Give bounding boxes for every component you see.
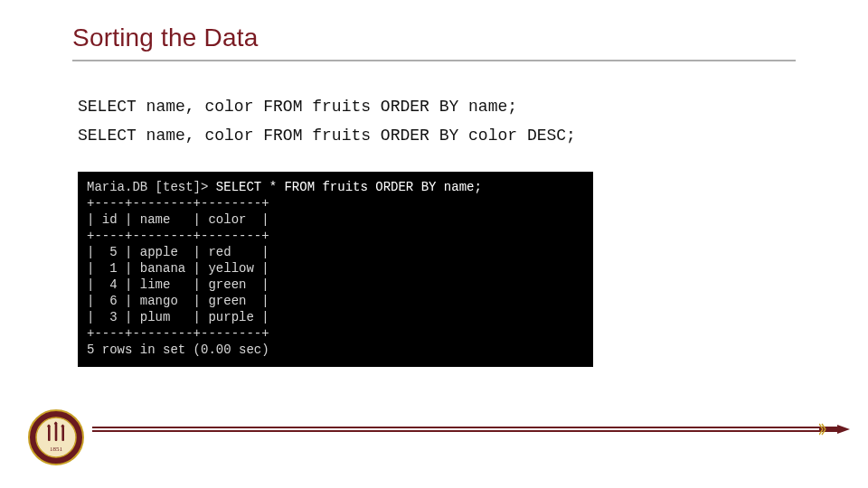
svg-marker-6 <box>837 425 850 434</box>
table-header: | id | name | color | <box>87 212 269 227</box>
table-border: +----+--------+--------+ <box>87 196 269 211</box>
sql-line-1: SELECT name, color FROM fruits ORDER BY … <box>78 98 517 116</box>
table-row: | 6 | mango | green | <box>87 294 269 308</box>
terminal-command: SELECT * FROM fruits ORDER BY name; <box>216 180 482 194</box>
svg-rect-4 <box>61 427 64 441</box>
table-row: | 5 | apple | red | <box>87 245 269 259</box>
footer: 1851 <box>0 399 868 463</box>
university-seal-icon: 1851 <box>27 408 85 466</box>
title-underline <box>72 60 796 61</box>
table-row: | 3 | plum | purple | <box>87 310 269 324</box>
table-footer: 5 rows in set (0.00 sec) <box>87 343 269 357</box>
svg-rect-2 <box>48 427 51 441</box>
spear-icon <box>819 416 850 443</box>
table-border: +----+--------+--------+ <box>87 326 269 341</box>
table-row: | 1 | banana | yellow | <box>87 261 269 276</box>
table-border: +----+--------+--------+ <box>87 229 269 243</box>
terminal-output: Maria.DB [test]> SELECT * FROM fruits OR… <box>78 172 593 367</box>
footer-rule <box>92 427 841 432</box>
page-title: Sorting the Data <box>72 23 259 52</box>
svg-rect-3 <box>55 424 58 441</box>
seal-year: 1851 <box>50 446 63 453</box>
terminal-prompt: Maria.DB [test]> <box>87 180 216 194</box>
table-row: | 4 | lime | green | <box>87 277 269 292</box>
slide: Sorting the Data SELECT name, color FROM… <box>0 0 868 488</box>
sql-line-2: SELECT name, color FROM fruits ORDER BY … <box>78 127 576 145</box>
